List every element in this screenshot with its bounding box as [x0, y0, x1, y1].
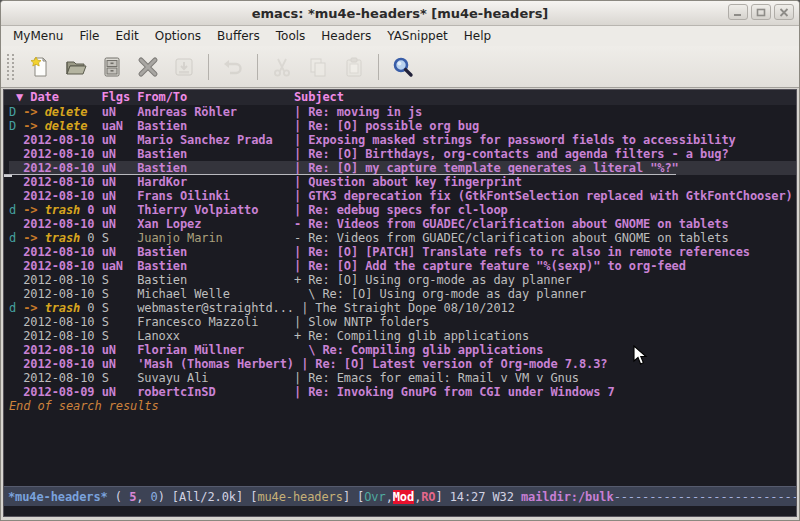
modeline-segment-violet: maildir:/bulk — [521, 490, 614, 504]
message-row[interactable]: 2012-08-10 uN Florian Müllner \ Re: Comp… — [9, 343, 796, 357]
message-row[interactable]: 2012-08-10 uaN Bastien | Re: [O] Add the… — [9, 259, 796, 273]
message-from: HardKor — [137, 175, 294, 189]
title-bar[interactable]: emacs: *mu4e-headers* [mu4e-headers] — [1, 1, 799, 26]
mark-char — [9, 147, 23, 161]
message-row[interactable]: 2012-08-10 uN 'Mash (Thomas Herbert) | R… — [9, 357, 796, 371]
message-subject: | Slow NNTP folders — [294, 315, 429, 329]
echo-area[interactable] — [4, 506, 796, 516]
mark-char — [9, 175, 23, 189]
mark-char: D — [9, 119, 23, 133]
message-flags: S — [102, 301, 138, 315]
message-row[interactable]: 2012-08-10 uN HardKor | Question about k… — [9, 175, 796, 189]
message-date: 2012-08-10 — [23, 245, 101, 259]
copy-icon — [300, 52, 336, 82]
message-from: Bastien — [137, 273, 294, 287]
message-date: 2012-08-10 — [23, 287, 101, 301]
message-subject: + Re: [O] Using org-mode as day planner — [294, 273, 572, 287]
close-button[interactable] — [774, 4, 794, 20]
maximize-button[interactable] — [751, 4, 771, 20]
message-row[interactable]: d -> trash 0 uN Thierry Volpiatto | Re: … — [9, 203, 796, 217]
message-row[interactable]: 2012-08-10 S Francesco Mazzoli | Slow NN… — [9, 315, 796, 329]
mark-arrow: -> — [23, 119, 44, 133]
message-row[interactable]: d -> trash 0 S webmaster@straightd... | … — [9, 301, 796, 315]
message-flags: uN — [102, 245, 138, 259]
dired-icon[interactable] — [94, 52, 130, 82]
mark-char — [9, 217, 23, 231]
message-row[interactable]: 2012-08-10 S Suvayu Ali | Re: Emacs for … — [9, 371, 796, 385]
mark-char — [9, 189, 23, 203]
mark-char — [9, 273, 23, 287]
message-row[interactable]: 2012-08-10 S Bastien + Re: [O] Using org… — [9, 273, 796, 287]
emacs-window: emacs: *mu4e-headers* [mu4e-headers] MyM… — [0, 0, 800, 521]
message-row[interactable]: D -> delete uN Andreas Röhler | Re: movi… — [9, 105, 796, 119]
message-subject: | Re: [O] Latest version of Org-mode 7.8… — [301, 357, 607, 371]
menu-item-help[interactable]: Help — [456, 27, 499, 45]
message-row[interactable]: 2012-08-10 uN Frans Oilinki | GTK3 depre… — [9, 189, 796, 203]
message-from: Bastien — [137, 161, 294, 175]
cut-icon — [264, 52, 300, 82]
message-date: 2012-08-10 — [23, 315, 101, 329]
new-file-icon[interactable] — [22, 52, 58, 82]
message-from: Bastien — [137, 119, 294, 133]
paste-icon — [336, 52, 372, 82]
mark-char — [9, 371, 23, 385]
message-from: Juanjo Marin — [137, 231, 294, 245]
message-from: Frans Oilinki — [137, 189, 294, 203]
menu-item-buffers[interactable]: Buffers — [209, 27, 268, 45]
message-from: Bastien — [137, 245, 294, 259]
menu-item-tools[interactable]: Tools — [268, 27, 314, 45]
menu-bar: MyMenuFileEditOptionsBuffersToolsHeaders… — [1, 26, 799, 46]
menu-item-file[interactable]: File — [71, 27, 107, 45]
message-row[interactable]: 2012-08-10 uN Bastien | Re: [O] my captu… — [9, 161, 796, 175]
message-from: Bastien — [137, 259, 294, 273]
message-row[interactable]: 2012-08-10 uN Xan Lopez - Re: Videos fro… — [9, 217, 796, 231]
modeline-segment-fg: , — [136, 490, 150, 504]
message-subject: | Re: Invoking GnuPG from CGI under Wind… — [294, 385, 615, 399]
mark-char — [9, 315, 23, 329]
toolbar-drag-handle-icon[interactable] — [7, 54, 14, 80]
message-subject: | Re: [O] [PATCH] Translate refs to rc a… — [294, 245, 750, 259]
modeline-segment-fg: ) [All/2.0k] [ — [158, 490, 258, 504]
message-subject: | Re: moving in js — [294, 105, 422, 119]
message-date: 2012-08-10 — [23, 217, 101, 231]
modeline-segment-teal: Ovr — [364, 490, 385, 504]
window-title: emacs: *mu4e-headers* [mu4e-headers] — [1, 5, 799, 21]
mark-char: D — [9, 105, 23, 119]
mode-line[interactable]: *mu4e-headers* ( 5, 0) [All/2.0k] [mu4e-… — [4, 486, 796, 506]
menu-item-options[interactable]: Options — [147, 27, 209, 45]
menu-item-headers[interactable]: Headers — [313, 27, 379, 45]
message-subject: | The Straight Dope 08/10/2012 — [301, 301, 515, 315]
message-row[interactable]: 2012-08-10 S Lanoxx + Re: Compiling glib… — [9, 329, 796, 343]
kill-buffer-icon[interactable] — [130, 52, 166, 82]
message-row[interactable]: d -> trash 0 S Juanjo Marin - Re: Videos… — [9, 231, 796, 245]
open-folder-icon[interactable] — [58, 52, 94, 82]
search-icon[interactable] — [385, 52, 421, 82]
mu4e-headers-buffer[interactable]: ▼ Date Flgs From/To Subject D -> delete … — [4, 90, 796, 486]
message-date: 2012-08-10 — [23, 147, 101, 161]
headers-column-header[interactable]: ▼ Date Flgs From/To Subject — [4, 90, 796, 105]
mark-char — [9, 161, 23, 175]
message-subject: + Re: Compiling glib applications — [294, 329, 529, 343]
message-row[interactable]: 2012-08-10 uN Mario Sanchez Prada | Expo… — [9, 133, 796, 147]
message-date: 2012-08-10 — [23, 133, 101, 147]
message-row[interactable]: 2012-08-09 uN robertcInSD | Re: Invoking… — [9, 385, 796, 399]
mark-char — [9, 329, 23, 343]
toolbar-separator — [378, 54, 379, 80]
menu-item-edit[interactable]: Edit — [108, 27, 147, 45]
message-row[interactable]: 2012-08-10 S Michael Welle \ Re: [O] Usi… — [9, 287, 796, 301]
menu-item-mymenu[interactable]: MyMenu — [5, 27, 71, 45]
message-subject: | Re: [O] Birthdays, org-contacts and ag… — [294, 147, 729, 161]
modeline-segment-blue: *mu4e-headers* — [8, 490, 108, 504]
minimize-button[interactable] — [728, 4, 748, 20]
message-row[interactable]: 2012-08-10 uN Bastien | Re: [O] Birthday… — [9, 147, 796, 161]
window-controls — [728, 4, 794, 20]
message-row[interactable]: 2012-08-10 uN Bastien | Re: [O] [PATCH] … — [9, 245, 796, 259]
message-from: Xan Lopez — [137, 217, 294, 231]
modeline-segment-dash: ----------------------------------------… — [614, 490, 796, 504]
save-icon — [166, 52, 202, 82]
modeline-segment-fg: ( — [108, 490, 129, 504]
message-row[interactable]: D -> delete uaN Bastien | Re: [O] possib… — [9, 119, 796, 133]
menu-item-yasnippet[interactable]: YASnippet — [379, 27, 456, 45]
message-flags: uN — [102, 385, 138, 399]
message-subject: | Question about key fingerprint — [294, 175, 522, 189]
